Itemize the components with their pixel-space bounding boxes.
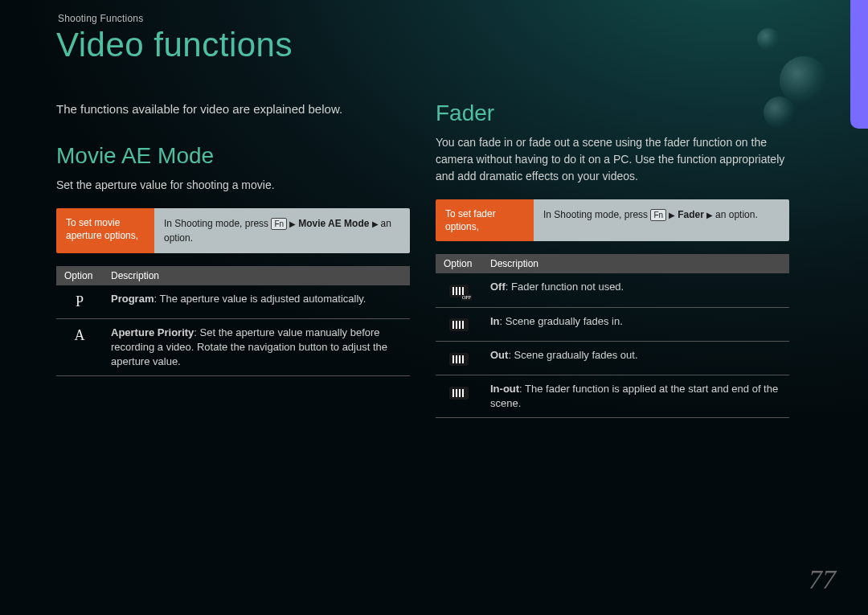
option-desc: Out: Scene gradually fades out. bbox=[482, 341, 789, 375]
instr-prefix: In Shooting mode, press bbox=[164, 218, 271, 229]
instruction-box-movie-ae: To set movie aperture options, In Shooti… bbox=[56, 208, 410, 253]
option-label: In bbox=[490, 315, 500, 327]
intro-text: The functions available for video are ex… bbox=[56, 100, 410, 119]
th-option: Option bbox=[56, 266, 103, 285]
instruction-steps: In Shooting mode, press Fn ▶ Movie AE Mo… bbox=[154, 208, 410, 253]
option-label: Out bbox=[490, 349, 508, 361]
left-column: The functions available for video are ex… bbox=[56, 100, 410, 376]
option-icon-cell bbox=[436, 341, 482, 375]
instruction-box-fader: To set fader options, In Shooting mode, … bbox=[436, 199, 789, 241]
option-desc: Off: Fader function not used. bbox=[482, 273, 789, 307]
section-heading-movie-ae: Movie AE Mode bbox=[56, 143, 410, 169]
option-icon-cell bbox=[436, 307, 482, 341]
instr-path: Movie AE Mode bbox=[298, 218, 369, 229]
table-row: A Aperture Priority: Set the aperture va… bbox=[56, 318, 410, 376]
section-heading-fader: Fader bbox=[436, 100, 789, 126]
option-glyph-a: A bbox=[56, 318, 103, 376]
decor-bubble bbox=[780, 56, 828, 105]
section-sub-fader: You can fade in or fade out a scene usin… bbox=[436, 134, 789, 185]
option-label: Program bbox=[111, 293, 154, 305]
option-desc: Program: The aperture value is adjusted … bbox=[103, 285, 410, 319]
triangle-icon: ▶ bbox=[706, 211, 715, 219]
instruction-label: To set movie aperture options, bbox=[56, 208, 154, 253]
triangle-icon: ▶ bbox=[669, 211, 678, 219]
table-row: P Program: The aperture value is adjuste… bbox=[56, 285, 410, 319]
fader-off-icon bbox=[449, 285, 469, 297]
breadcrumb: Shooting Functions bbox=[58, 13, 143, 24]
table-row: In-out: The fader function is applied at… bbox=[436, 375, 789, 417]
th-description: Description bbox=[103, 266, 410, 285]
fn-key-icon: Fn bbox=[271, 218, 287, 230]
fader-in-icon bbox=[449, 318, 469, 331]
right-column: Fader You can fade in or fade out a scen… bbox=[436, 100, 789, 418]
th-option: Option bbox=[436, 254, 482, 273]
instruction-label: To set fader options, bbox=[436, 199, 534, 241]
fader-inout-icon bbox=[449, 387, 469, 400]
option-label: In-out bbox=[490, 383, 519, 395]
options-table-fader: Option Description Off: Fader function n… bbox=[436, 254, 789, 418]
fader-out-icon bbox=[449, 353, 469, 366]
fn-key-icon: Fn bbox=[650, 209, 666, 221]
option-text: : The fader function is applied at the s… bbox=[490, 383, 778, 409]
option-label: Off bbox=[490, 281, 506, 293]
option-text: : Fader function not used. bbox=[506, 281, 624, 293]
instr-path: Fader bbox=[678, 209, 704, 220]
instruction-steps: In Shooting mode, press Fn ▶ Fader ▶ an … bbox=[534, 199, 789, 241]
option-glyph-p: P bbox=[56, 285, 103, 319]
option-desc: Aperture Priority: Set the aperture valu… bbox=[103, 318, 410, 376]
page-number: 77 bbox=[809, 564, 836, 595]
instr-prefix: In Shooting mode, press bbox=[543, 209, 650, 220]
page-title: Video functions bbox=[56, 26, 293, 64]
decor-bubble bbox=[757, 28, 780, 51]
options-table-movie-ae: Option Description P Program: The apertu… bbox=[56, 266, 410, 377]
th-description: Description bbox=[482, 254, 789, 273]
option-icon-cell bbox=[436, 375, 482, 417]
option-icon-cell bbox=[436, 273, 482, 307]
section-sub-movie-ae: Set the aperture value for shooting a mo… bbox=[56, 177, 410, 194]
triangle-icon: ▶ bbox=[289, 219, 298, 228]
option-text: : The aperture value is adjusted automat… bbox=[154, 293, 366, 305]
instr-suffix: an option. bbox=[715, 209, 758, 220]
table-row: In: Scene gradually fades in. bbox=[436, 307, 789, 341]
corner-accent bbox=[850, 0, 868, 129]
option-label: Aperture Priority bbox=[111, 326, 194, 338]
triangle-icon: ▶ bbox=[372, 219, 381, 228]
option-text: : Scene gradually fades in. bbox=[500, 315, 623, 327]
option-desc: In-out: The fader function is applied at… bbox=[482, 375, 789, 417]
option-text: : Scene gradually fades out. bbox=[508, 349, 637, 361]
table-row: Off: Fader function not used. bbox=[436, 273, 789, 307]
table-row: Out: Scene gradually fades out. bbox=[436, 341, 789, 375]
option-desc: In: Scene gradually fades in. bbox=[482, 307, 789, 341]
